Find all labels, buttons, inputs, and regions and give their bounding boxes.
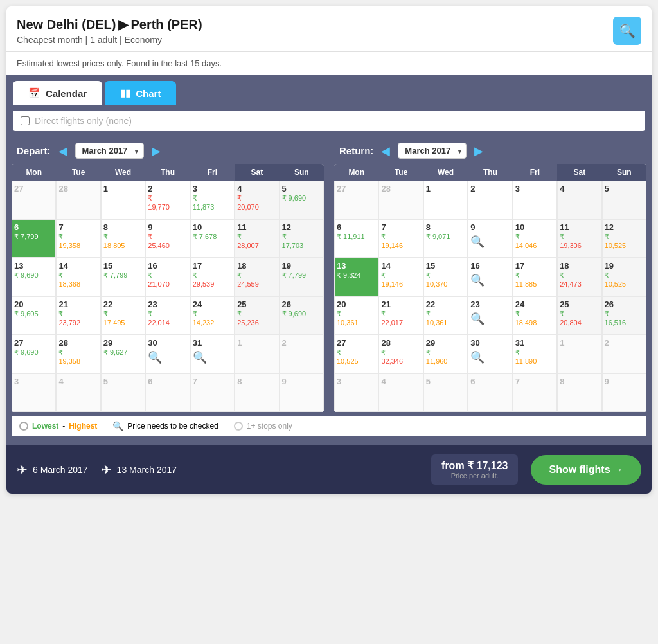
table-row[interactable]: 6 [145,373,190,412]
table-row[interactable]: 15 ₹ 10,370 [423,258,468,296]
table-row[interactable]: 28 [378,181,423,219]
table-row[interactable]: 19 ₹ 7,799 [280,258,324,296]
table-row[interactable]: 3 [12,373,56,412]
table-row[interactable]: 2 [468,181,512,219]
table-row[interactable]: 4 [56,373,100,412]
table-row[interactable]: 22 ₹ 10,361 [423,296,468,335]
table-row[interactable]: 24 ₹ 18,498 [513,296,557,335]
table-row[interactable]: 18 ₹ 24,559 [235,258,279,296]
table-row[interactable]: 21 ₹ 23,792 [56,296,100,335]
table-row[interactable]: 1 [423,181,468,219]
table-row[interactable]: 3 [513,181,557,219]
table-row[interactable]: 5 ₹ 9,690 [280,181,324,219]
table-row[interactable]: 9 [602,373,646,412]
table-row[interactable]: 7 [190,373,235,412]
table-row[interactable]: 28 ₹ 19,358 [56,335,100,373]
table-row[interactable]: 23 ₹ 22,014 [145,296,190,335]
table-row[interactable]: 16 ₹ 21,070 [145,258,190,296]
table-row[interactable]: 28 [56,181,100,219]
table-row[interactable]: 8 [235,373,279,412]
table-row[interactable]: 27 [12,181,56,219]
table-row[interactable]: 3 ₹ 11,873 [190,181,235,219]
table-row[interactable]: 8 [557,373,601,412]
table-row[interactable]: 24 ₹ 14,232 [190,296,235,335]
info-bar: Estimated lowest prices only. Found in t… [6,52,652,75]
table-row[interactable]: 27 ₹ 9,690 [12,335,56,373]
table-row[interactable]: 26 ₹ 16,516 [602,296,646,335]
table-row[interactable]: 26 ₹ 9,690 [280,296,324,335]
direct-flights-checkbox[interactable] [21,116,30,125]
legend-circle-icon [19,422,28,431]
table-row[interactable]: 12 ₹ 10,525 [602,219,646,258]
table-row[interactable]: 4 [557,181,601,219]
table-row[interactable]: 22 ₹ 17,495 [101,296,145,335]
table-row[interactable]: 20 ₹ 10,361 [334,296,378,335]
depart-prev-btn[interactable]: ◀ [55,144,71,158]
table-row[interactable]: 10 ₹ 14,046 [513,219,557,258]
table-row[interactable]: 4 [378,373,423,412]
return-month-select[interactable]: March 2017 [398,143,467,159]
table-row[interactable]: 27 [334,181,378,219]
show-flights-button[interactable]: Show flights → [531,455,641,485]
depart-month-select[interactable]: March 2017 [75,143,144,159]
return-next-btn[interactable]: ▶ [470,144,487,158]
table-row[interactable]: 9 [280,373,324,412]
table-row[interactable]: 14 ₹ 18,368 [56,258,100,296]
table-row[interactable]: 25 ₹ 20,804 [557,296,601,335]
table-row[interactable]: 7 ₹ 19,146 [378,219,423,258]
table-row[interactable]: 9 🔍 [468,219,512,258]
table-row[interactable]: 17 ₹ 29,539 [190,258,235,296]
table-row[interactable]: 3 [334,373,378,412]
table-row[interactable]: 1 [101,181,145,219]
table-row[interactable]: 29 ₹ 11,960 [423,335,468,373]
table-row[interactable]: 8 ₹ 18,805 [101,219,145,258]
table-row[interactable]: 30 🔍 [145,335,190,373]
tab-calendar[interactable]: 📅 Calendar [13,81,102,105]
table-row[interactable]: 31 ₹ 11,890 [513,335,557,373]
table-row[interactable]: 16 🔍 [468,258,512,296]
table-row[interactable]: 20 ₹ 9,605 [12,296,56,335]
table-row[interactable]: 17 ₹ 11,885 [513,258,557,296]
table-row[interactable]: 14 ₹ 19,146 [378,258,423,296]
table-row[interactable]: 18 ₹ 24,473 [557,258,601,296]
table-row[interactable]: 11 ₹ 28,007 [235,219,279,258]
table-row[interactable]: 13 ₹ 9,324 [334,258,378,296]
table-row[interactable]: 2 [280,335,324,373]
table-row[interactable]: 5 [101,373,145,412]
search-icon: 🔍 [619,23,636,39]
table-row[interactable]: 7 ₹ 19,358 [56,219,100,258]
search-button[interactable]: 🔍 [613,17,641,45]
table-row[interactable]: 31 🔍 [190,335,235,373]
table-row[interactable]: 1 [557,335,601,373]
table-row[interactable]: 5 [602,181,646,219]
table-row[interactable]: 8 ₹ 9,071 [423,219,468,258]
depart-next-btn[interactable]: ▶ [148,144,164,158]
table-row[interactable]: 28 ₹ 32,346 [378,335,423,373]
table-row[interactable]: 15 ₹ 7,799 [101,258,145,296]
table-row[interactable]: 9 ₹ 25,460 [145,219,190,258]
return-month-wrap: March 2017 [398,143,467,159]
table-row[interactable]: 11 ₹ 19,306 [557,219,601,258]
tab-chart[interactable]: ▮▮ Chart [105,81,176,105]
return-prev-btn[interactable]: ◀ [377,144,394,158]
table-row[interactable]: 19 ₹ 10,525 [602,258,646,296]
table-row[interactable]: 7 [513,373,557,412]
table-row[interactable]: 6 ₹ 11,911 [334,219,378,258]
table-row[interactable]: 4 ₹ 20,070 [235,181,279,219]
table-row[interactable]: 13 ₹ 9,690 [12,258,56,296]
table-row[interactable]: 2 ₹ 19,770 [145,181,190,219]
table-row[interactable]: 30 🔍 [468,335,512,373]
table-row[interactable]: 23 🔍 [468,296,512,335]
table-row[interactable]: 12 ₹ 17,703 [280,219,324,258]
legend-lowest-label: Lowest [32,422,58,431]
table-row[interactable]: 2 [602,335,646,373]
table-row[interactable]: 6 [468,373,512,412]
table-row[interactable]: 6 ₹ 7,799 [12,219,56,258]
table-row[interactable]: 10 ₹ 7,678 [190,219,235,258]
table-row[interactable]: 5 [423,373,468,412]
table-row[interactable]: 29 ₹ 9,627 [101,335,145,373]
table-row[interactable]: 27 ₹ 10,525 [334,335,378,373]
table-row[interactable]: 25 ₹ 25,236 [235,296,279,335]
table-row[interactable]: 1 [235,335,279,373]
table-row[interactable]: 21 ₹ 22,017 [378,296,423,335]
